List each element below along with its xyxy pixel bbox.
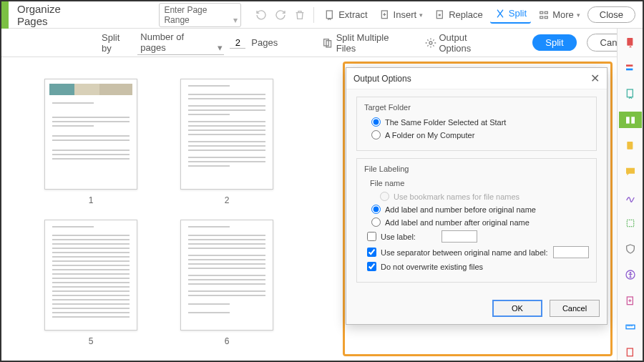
output-options-dialog: Output Options ✕ Target Folder The Same … xyxy=(346,67,608,325)
page-thumbnail-5[interactable] xyxy=(44,220,137,331)
protect-icon[interactable] xyxy=(619,241,642,257)
insert-button[interactable]: Insert▾ xyxy=(375,8,428,22)
use-separator-checkbox[interactable] xyxy=(367,248,376,257)
close-icon[interactable]: ✕ xyxy=(590,72,600,85)
svg-rect-15 xyxy=(631,117,635,123)
svg-rect-6 xyxy=(545,16,547,19)
rotate-left-icon[interactable] xyxy=(253,6,270,24)
rotate-right-icon[interactable] xyxy=(273,6,289,24)
same-folder-label[interactable]: The Same Folder Selected at Start xyxy=(385,118,506,127)
after-name-label[interactable]: Add label and number after original name xyxy=(385,218,530,227)
more-button[interactable]: More▾ xyxy=(534,8,585,22)
page-thumbnail-6[interactable] xyxy=(180,220,273,331)
svg-rect-10 xyxy=(627,38,633,46)
before-name-label[interactable]: Add label and number before original nam… xyxy=(385,205,536,214)
svg-point-19 xyxy=(630,273,630,273)
stamp-icon[interactable] xyxy=(619,215,642,231)
page-count-input[interactable] xyxy=(230,37,245,49)
svg-rect-17 xyxy=(627,220,633,227)
page-number: 5 xyxy=(89,336,94,346)
target-folder-group: Target Folder The Same Folder Selected a… xyxy=(356,97,597,151)
page-range-dropdown[interactable]: Enter Page Range xyxy=(159,3,241,27)
dialog-cancel-button[interactable]: Cancel xyxy=(550,300,600,317)
sign-icon[interactable] xyxy=(619,190,642,205)
no-overwrite-label[interactable]: Do not overwrite existing files xyxy=(381,263,483,271)
more-tools-icon[interactable] xyxy=(619,345,642,361)
trash-icon[interactable] xyxy=(291,6,308,24)
measure-icon[interactable] xyxy=(619,319,642,335)
page-number: 2 xyxy=(225,195,230,205)
svg-rect-13 xyxy=(627,89,633,97)
svg-rect-12 xyxy=(626,69,633,71)
split-action-button[interactable]: Split xyxy=(532,34,576,51)
use-label-checkbox[interactable] xyxy=(367,232,376,241)
split-multiple-button[interactable]: Split Multiple Files xyxy=(318,31,415,55)
no-overwrite-checkbox[interactable] xyxy=(367,262,376,271)
file-labeling-label: File Labeling xyxy=(364,165,589,173)
svg-rect-3 xyxy=(540,11,543,14)
pages-label: Pages xyxy=(251,37,278,48)
my-computer-radio[interactable] xyxy=(371,130,381,140)
organize-pages-icon[interactable] xyxy=(619,112,642,127)
use-label-input[interactable] xyxy=(441,230,477,243)
file-name-label: File name xyxy=(370,179,589,187)
same-folder-radio[interactable] xyxy=(371,117,381,127)
replace-button[interactable]: Replace xyxy=(430,8,487,22)
before-name-radio[interactable] xyxy=(371,205,381,214)
top-toolbar: Organize Pages Enter Page Range Extract … xyxy=(1,1,643,29)
after-name-radio[interactable] xyxy=(371,217,381,227)
accessibility-icon[interactable] xyxy=(619,267,642,283)
split-button[interactable]: Split xyxy=(490,6,531,24)
page-thumbnail-1[interactable] xyxy=(44,79,137,190)
my-computer-label[interactable]: A Folder on My Computer xyxy=(385,131,474,140)
output-options-button[interactable]: Output Options xyxy=(421,31,506,55)
page-thumbnail-2[interactable] xyxy=(180,79,273,190)
dialog-title: Output Options xyxy=(353,74,411,84)
close-button[interactable]: Close xyxy=(587,6,635,23)
target-folder-label: Target Folder xyxy=(364,103,589,112)
page-number: 6 xyxy=(225,336,230,346)
create-pdf-icon[interactable] xyxy=(619,60,642,76)
bookmark-names-label: Use bookmark names for file names xyxy=(394,192,519,201)
optimize-icon[interactable] xyxy=(619,293,642,309)
svg-rect-22 xyxy=(627,348,633,356)
split-options-bar: Split by Number of pages Pages Split Mul… xyxy=(1,29,643,57)
split-by-label: Split by xyxy=(102,32,132,54)
page-title: Organize Pages xyxy=(17,3,84,27)
svg-rect-11 xyxy=(626,65,633,67)
use-label-label[interactable]: Use label: xyxy=(381,233,416,241)
use-separator-label[interactable]: Use separator between original name and … xyxy=(381,248,548,257)
split-method-dropdown[interactable]: Number of pages xyxy=(137,30,224,55)
svg-rect-14 xyxy=(626,117,630,123)
extract-button[interactable]: Extract xyxy=(320,8,371,22)
svg-rect-16 xyxy=(627,142,633,150)
comment-icon[interactable] xyxy=(619,164,642,180)
edit-pdf-icon[interactable] xyxy=(619,86,642,102)
separator-input[interactable] xyxy=(553,246,589,258)
svg-rect-0 xyxy=(326,11,332,19)
right-tool-rail xyxy=(617,29,643,361)
bookmark-names-radio[interactable] xyxy=(380,192,389,201)
svg-rect-4 xyxy=(545,11,547,14)
page-number: 1 xyxy=(89,195,94,205)
export-pdf-icon[interactable] xyxy=(619,34,642,50)
svg-point-9 xyxy=(429,41,432,44)
ok-button[interactable]: OK xyxy=(492,300,542,317)
svg-rect-5 xyxy=(540,16,543,19)
fill-sign-icon[interactable] xyxy=(619,138,642,154)
file-labeling-group: File Labeling File name Use bookmark nam… xyxy=(356,158,597,283)
